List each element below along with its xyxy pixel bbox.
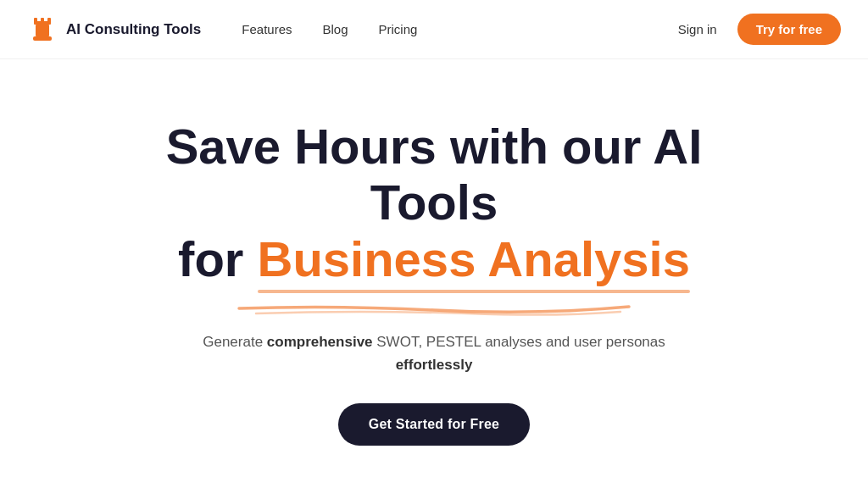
- hero-section: Save Hours with our AI Tools for Busines…: [0, 59, 868, 488]
- navbar: AI Consulting Tools Features Blog Pricin…: [0, 0, 868, 59]
- hero-title-highlight: Business Analysis: [258, 231, 690, 288]
- cta-button[interactable]: Get Started for Free: [338, 403, 530, 446]
- hero-title-line1: Save Hours with our AI Tools: [166, 119, 703, 230]
- subtitle-part2: SWOT, PESTEL analyses and user personas: [373, 334, 665, 350]
- hero-subtitle: Generate comprehensive SWOT, PESTEL anal…: [197, 330, 671, 376]
- logo-icon: [27, 14, 58, 45]
- svg-rect-3: [34, 21, 51, 25]
- nav-blog[interactable]: Blog: [322, 22, 348, 36]
- svg-rect-4: [36, 25, 49, 36]
- hero-title-line2-plain: for: [178, 231, 257, 286]
- hero-title: Save Hours with our AI Tools for Busines…: [103, 119, 765, 288]
- nav-pricing[interactable]: Pricing: [379, 22, 418, 36]
- subtitle-bold1: comprehensive: [267, 334, 373, 350]
- nav-right: Sign in Try for free: [678, 14, 841, 45]
- logo-link[interactable]: AI Consulting Tools: [27, 14, 201, 45]
- nav-features[interactable]: Features: [242, 22, 292, 36]
- svg-rect-5: [33, 36, 52, 41]
- try-free-button[interactable]: Try for free: [737, 14, 841, 45]
- subtitle-part1: Generate: [203, 334, 267, 350]
- nav-links: Features Blog Pricing: [242, 22, 417, 36]
- logo-text: AI Consulting Tools: [66, 21, 201, 38]
- sign-in-link[interactable]: Sign in: [678, 22, 717, 36]
- subtitle-bold2: effortlessly: [396, 357, 473, 373]
- underline-decoration: [231, 302, 637, 317]
